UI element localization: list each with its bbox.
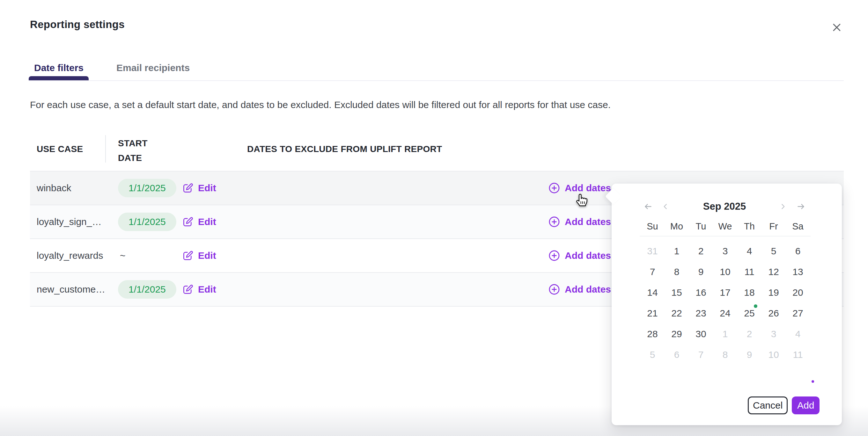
- calendar-day[interactable]: 17: [713, 282, 737, 303]
- start-date-badge: 1/1/2025: [118, 179, 176, 197]
- calendar-day[interactable]: 2: [737, 324, 762, 344]
- pencil-square-icon: [182, 249, 194, 262]
- add-dates-button[interactable]: Add dates: [548, 182, 611, 194]
- reporting-settings-modal: Reporting settings Date filters Email re…: [0, 0, 868, 436]
- add-dates-button[interactable]: Add dates: [548, 249, 611, 262]
- edit-start-date-button[interactable]: Edit: [182, 216, 216, 228]
- page-title: Reporting settings: [30, 19, 125, 31]
- calendar-day[interactable]: 1: [713, 324, 737, 344]
- plus-circle-icon: [548, 283, 561, 296]
- pencil-square-icon: [182, 216, 194, 228]
- calendar-day[interactable]: 25: [737, 303, 762, 324]
- column-header-start-date: START DATE: [118, 136, 163, 165]
- weekday-label: We: [713, 218, 737, 235]
- next-month-button[interactable]: [776, 200, 790, 213]
- calendar-day[interactable]: 18: [737, 282, 762, 303]
- calendar-day[interactable]: 15: [664, 282, 689, 303]
- arrow-left-icon: [643, 201, 653, 212]
- calendar-day[interactable]: 30: [689, 324, 713, 344]
- calendar-day[interactable]: 6: [786, 241, 810, 261]
- calendar-day[interactable]: 12: [762, 261, 786, 282]
- calendar-day[interactable]: 23: [689, 303, 713, 324]
- plus-circle-icon: [548, 215, 561, 228]
- weekday-label: Th: [737, 218, 762, 235]
- calendar-day[interactable]: 6: [664, 344, 689, 365]
- calendar-month-label: Sep 2025: [686, 201, 763, 212]
- tab-email-recipients[interactable]: Email recipients: [116, 63, 190, 73]
- calendar-day[interactable]: 29: [664, 324, 689, 344]
- calendar-day[interactable]: 1: [664, 241, 689, 261]
- calendar-day[interactable]: 24: [713, 303, 737, 324]
- calendar-day[interactable]: 8: [664, 261, 689, 282]
- calendar-day[interactable]: 7: [689, 344, 713, 365]
- close-button[interactable]: [828, 19, 846, 36]
- previous-year-button[interactable]: [641, 200, 655, 213]
- weekday-label: Su: [640, 218, 664, 235]
- start-date-badge: 1/1/2025: [118, 212, 176, 231]
- edit-label: Edit: [198, 284, 216, 295]
- pencil-square-icon: [182, 182, 194, 194]
- plus-circle-icon: [548, 182, 561, 194]
- edit-start-date-button[interactable]: Edit: [182, 182, 216, 194]
- weekday-label: Fr: [762, 218, 786, 235]
- weekday-label: Mo: [664, 218, 689, 235]
- calendar-day[interactable]: 7: [640, 261, 664, 282]
- use-case-label: loyalty_sign_…: [37, 216, 101, 227]
- date-picker-popover: Sep 2025 Su Mo Tu We Th Fr: [612, 183, 842, 425]
- next-year-button[interactable]: [794, 200, 808, 213]
- cancel-button[interactable]: Cancel: [748, 397, 788, 414]
- calendar-day[interactable]: 27: [786, 303, 810, 324]
- add-dates-label: Add dates: [565, 182, 611, 194]
- start-date-empty: ~: [120, 250, 126, 261]
- edit-label: Edit: [198, 250, 216, 261]
- weekday-label: Tu: [689, 218, 713, 235]
- calendar-day[interactable]: 4: [737, 241, 762, 261]
- calendar-day[interactable]: 4: [786, 324, 810, 344]
- calendar-day[interactable]: 22: [664, 303, 689, 324]
- edit-start-date-button[interactable]: Edit: [182, 283, 216, 296]
- calendar-day[interactable]: 13: [786, 261, 810, 282]
- use-case-label: new_custome…: [37, 284, 105, 295]
- chevron-left-icon: [660, 201, 671, 212]
- pencil-square-icon: [182, 283, 194, 296]
- description-text: For each use case, a set a default start…: [30, 99, 611, 110]
- calendar-day[interactable]: 31: [640, 241, 664, 261]
- start-date-badge: 1/1/2025: [118, 280, 176, 299]
- calendar-day[interactable]: 5: [762, 241, 786, 261]
- calendar-divider: [640, 236, 811, 236]
- edit-label: Edit: [198, 216, 216, 227]
- close-icon: [831, 22, 842, 33]
- add-button[interactable]: Add: [792, 397, 819, 414]
- calendar-day[interactable]: 11: [737, 261, 762, 282]
- calendar-day[interactable]: 2: [689, 241, 713, 261]
- calendar-day[interactable]: 8: [713, 344, 737, 365]
- calendar-day[interactable]: 10: [762, 344, 786, 365]
- calendar-day[interactable]: 11: [786, 344, 810, 365]
- add-dates-button[interactable]: Add dates: [548, 283, 611, 296]
- calendar-day[interactable]: 28: [640, 324, 664, 344]
- calendar-day-grid: 31 1 2 3 4 5 6 7 8 9 10 11: [640, 241, 810, 365]
- calendar-day[interactable]: 10: [713, 261, 737, 282]
- use-case-label: loyalty_rewards: [37, 250, 103, 261]
- arrow-right-icon: [796, 201, 806, 212]
- calendar-day[interactable]: 9: [689, 261, 713, 282]
- calendar-day[interactable]: 16: [689, 282, 713, 303]
- previous-month-button[interactable]: [658, 200, 673, 213]
- column-header-use-case: USE CASE: [37, 144, 83, 154]
- tab-date-filters[interactable]: Date filters: [34, 63, 84, 73]
- add-dates-button[interactable]: Add dates: [548, 215, 611, 228]
- calendar-day[interactable]: 20: [786, 282, 810, 303]
- calendar-day[interactable]: 19: [762, 282, 786, 303]
- weekday-header-row: Su Mo Tu We Th Fr Sa: [640, 218, 810, 235]
- edit-start-date-button[interactable]: Edit: [182, 249, 216, 262]
- chevron-right-icon: [777, 201, 788, 212]
- calendar-day[interactable]: 3: [713, 241, 737, 261]
- calendar-day[interactable]: 5: [640, 344, 664, 365]
- calendar-day[interactable]: 14: [640, 282, 664, 303]
- calendar-day[interactable]: 3: [762, 324, 786, 344]
- column-header-exclude-dates: DATES TO EXCLUDE FROM UPLIFT REPORT: [247, 144, 442, 154]
- selection-dot: [811, 380, 814, 383]
- calendar-day[interactable]: 26: [762, 303, 786, 324]
- calendar-day[interactable]: 21: [640, 303, 664, 324]
- calendar-day[interactable]: 9: [737, 344, 762, 365]
